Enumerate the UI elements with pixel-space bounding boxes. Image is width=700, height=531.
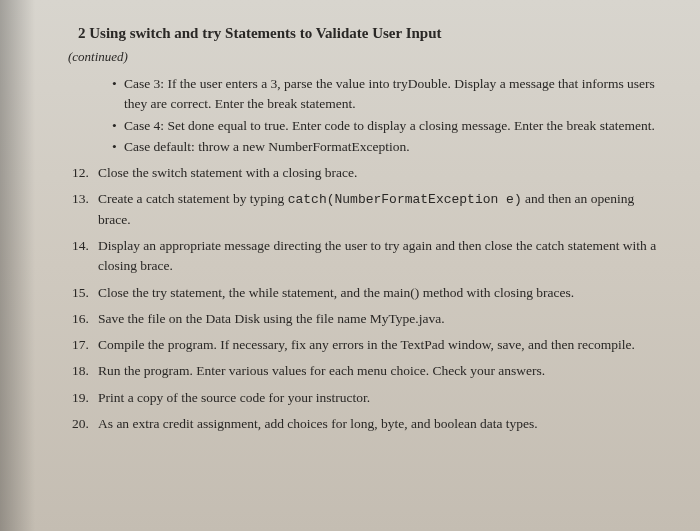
item-text: Compile the program. If necessary, fix a… bbox=[98, 335, 660, 355]
page-binding-shadow bbox=[0, 0, 35, 531]
item-text: Display an appropriate message directing… bbox=[98, 236, 660, 277]
item-text: Print a copy of the source code for your… bbox=[98, 388, 660, 408]
item-text: As an extra credit assignment, add choic… bbox=[98, 414, 660, 434]
item-number: 15. bbox=[72, 283, 98, 303]
section-header: 2 Using switch and try Statements to Val… bbox=[60, 22, 660, 45]
item-text: Run the program. Enter various values fo… bbox=[98, 361, 660, 381]
bullet-item: Case 3: If the user enters a 3, parse th… bbox=[112, 74, 660, 115]
item-number: 12. bbox=[72, 163, 98, 183]
continued-label: (continued) bbox=[60, 47, 660, 67]
bullet-text: Case default: throw a new NumberFormatEx… bbox=[124, 139, 410, 154]
list-item: 13. Create a catch statement by typing c… bbox=[72, 189, 660, 232]
numbered-list: 12. Close the switch statement with a cl… bbox=[60, 163, 660, 436]
item-number: 16. bbox=[72, 309, 98, 329]
item-number: 20. bbox=[72, 414, 98, 434]
item-text: Create a catch statement by typing catch… bbox=[98, 189, 660, 230]
item-number: 17. bbox=[72, 335, 98, 355]
item-number: 19. bbox=[72, 388, 98, 408]
section-title: Using switch and try Statements to Valid… bbox=[89, 25, 441, 41]
list-item: 12. Close the switch statement with a cl… bbox=[72, 163, 660, 185]
item-number: 14. bbox=[72, 236, 98, 277]
code-snippet: catch(NumberFormatException e) bbox=[288, 192, 522, 207]
item-number: 13. bbox=[72, 189, 98, 230]
list-item: 17. Compile the program. If necessary, f… bbox=[72, 335, 660, 357]
item-number: 18. bbox=[72, 361, 98, 381]
list-item: 18. Run the program. Enter various value… bbox=[72, 361, 660, 383]
item-text: Save the file on the Data Disk using the… bbox=[98, 309, 660, 329]
bullet-list: Case 3: If the user enters a 3, parse th… bbox=[60, 74, 660, 157]
section-number: 2 bbox=[78, 25, 86, 41]
list-item: 20. As an extra credit assignment, add c… bbox=[72, 414, 660, 436]
list-item: 14. Display an appropriate message direc… bbox=[72, 236, 660, 279]
item-text: Close the try statement, the while state… bbox=[98, 283, 660, 303]
list-item: 15. Close the try statement, the while s… bbox=[72, 283, 660, 305]
item-text: Close the switch statement with a closin… bbox=[98, 163, 660, 183]
bullet-item: Case 4: Set done equal to true. Enter co… bbox=[112, 116, 660, 136]
bullet-item: Case default: throw a new NumberFormatEx… bbox=[112, 137, 660, 157]
bullet-text: Case 3: If the user enters a 3, parse th… bbox=[124, 76, 655, 111]
text-before: Create a catch statement by typing bbox=[98, 191, 288, 206]
bullet-text: Case 4: Set done equal to true. Enter co… bbox=[124, 118, 655, 133]
list-item: 19. Print a copy of the source code for … bbox=[72, 388, 660, 410]
list-item: 16. Save the file on the Data Disk using… bbox=[72, 309, 660, 331]
